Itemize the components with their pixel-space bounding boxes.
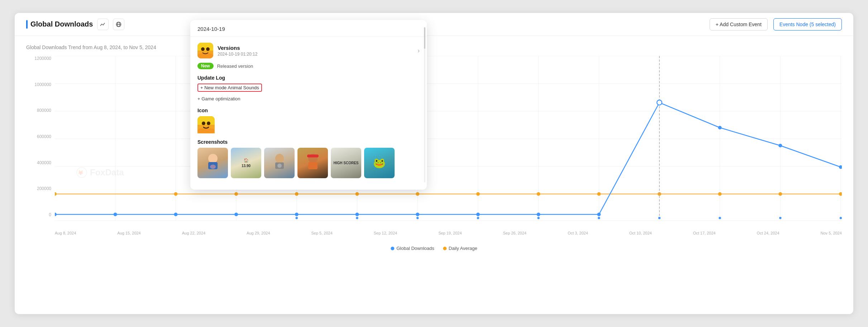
svg-point-54 xyxy=(356,217,358,219)
screenshots-section: Screenshots xyxy=(197,139,420,178)
svg-point-68 xyxy=(201,47,205,51)
version-left: Versions 2024-10-19 01:20:12 xyxy=(197,43,257,58)
legend-daily-label: Daily Average xyxy=(449,246,477,251)
svg-point-73 xyxy=(202,122,205,125)
screenshot-5: HIGH SCORES xyxy=(331,148,361,178)
scrollbar-thumb[interactable] xyxy=(424,27,425,49)
svg-rect-82 xyxy=(307,155,319,157)
svg-point-42 xyxy=(355,213,359,216)
svg-point-31 xyxy=(537,192,540,196)
x-label-aug8: Aug 8, 2024 xyxy=(55,231,76,235)
icon-section: Icon xyxy=(197,108,420,133)
svg-point-50 xyxy=(839,165,842,169)
y-axis: 1200000 1000000 800000 600000 400000 200… xyxy=(26,56,51,221)
svg-point-35 xyxy=(778,192,782,196)
legend-dot-daily xyxy=(443,247,447,250)
svg-point-25 xyxy=(174,192,177,196)
chart-icon-btn[interactable] xyxy=(97,19,109,30)
icon-section-title: Icon xyxy=(197,108,420,113)
header-right: + Add Custom Event Events Node (5 select… xyxy=(710,18,842,30)
svg-point-56 xyxy=(477,217,480,219)
screenshots-title: Screenshots xyxy=(197,139,420,145)
update-item-1: + New mode Animal Sounds xyxy=(197,84,420,93)
icon-preview-svg xyxy=(197,116,215,133)
events-node-button[interactable]: Events Node (5 selected) xyxy=(773,18,842,30)
app-icon xyxy=(197,43,213,58)
svg-point-48 xyxy=(718,126,722,129)
header: Global Downloads + Add Custom Event Even… xyxy=(15,13,853,36)
chart-svg xyxy=(55,56,842,221)
svg-point-58 xyxy=(597,217,600,219)
svg-point-32 xyxy=(597,192,601,196)
chart-legend: Global Downloads Daily Average xyxy=(391,246,477,251)
badge-row: New Released version xyxy=(197,63,420,69)
svg-point-45 xyxy=(537,213,540,216)
popup-header: 2024-10-19 xyxy=(190,20,427,37)
popup-date: 2024-10-19 xyxy=(197,26,225,32)
svg-point-57 xyxy=(537,217,540,219)
update-log-title: Update Log xyxy=(197,75,420,81)
screenshot-6: 🐸 xyxy=(364,148,395,178)
legend-dot-global xyxy=(391,247,394,250)
version-label: Versions xyxy=(218,45,257,51)
svg-point-49 xyxy=(778,144,782,147)
screenshot-2: 🏠 13.90 xyxy=(231,148,261,178)
globe-icon-btn[interactable] xyxy=(113,19,124,30)
svg-point-75 xyxy=(208,154,218,163)
svg-point-36 xyxy=(839,192,842,196)
x-label-oct3: Oct 3, 2024 xyxy=(568,231,588,235)
svg-point-37 xyxy=(55,213,57,216)
svg-point-59 xyxy=(658,217,661,219)
svg-point-69 xyxy=(206,47,210,51)
chart-line-icon xyxy=(100,22,106,27)
blue-accent-bar xyxy=(26,20,28,29)
version-date: 2024-10-19 01:20:12 xyxy=(218,52,257,57)
x-label-sep5: Sep 5, 2024 xyxy=(311,231,332,235)
screenshot-3 xyxy=(264,148,295,178)
svg-point-46 xyxy=(597,213,601,216)
foxdata-icon: 🦊 xyxy=(76,167,87,178)
y-label-0: 0 xyxy=(26,212,51,217)
screenshots-row: 🏠 13.90 xyxy=(197,148,420,178)
update-item-highlighted: + New mode Animal Sounds xyxy=(197,84,262,92)
x-label-sep19: Sep 19, 2024 xyxy=(438,231,462,235)
svg-point-55 xyxy=(416,217,419,219)
chevron-right-icon[interactable]: › xyxy=(418,47,420,54)
app-icon-svg xyxy=(197,43,213,58)
svg-point-77 xyxy=(210,165,216,169)
svg-point-34 xyxy=(718,192,722,196)
x-label-aug15: Aug 15, 2024 xyxy=(117,231,140,235)
y-label-400000: 400000 xyxy=(26,160,51,165)
update-item-game-opt: + Game optimization xyxy=(197,95,240,102)
x-axis: Aug 8, 2024 Aug 15, 2024 Aug 22, 2024 Au… xyxy=(55,231,842,235)
chart-svg-container: 🦊 FoxData xyxy=(55,56,842,221)
chart-subtitle: Global Downloads Trend from Aug 8, 2024,… xyxy=(26,44,842,50)
svg-point-74 xyxy=(207,122,210,125)
y-label-600000: 600000 xyxy=(26,134,51,139)
svg-rect-83 xyxy=(308,162,318,169)
new-badge: New xyxy=(197,63,214,69)
svg-point-60 xyxy=(719,217,721,219)
page-title: Global Downloads xyxy=(30,20,93,28)
y-label-200000: 200000 xyxy=(26,186,51,191)
popup-body[interactable]: Versions 2024-10-19 01:20:12 › New Relea… xyxy=(190,37,427,190)
x-label-nov5: Nov 5, 2024 xyxy=(821,231,842,235)
screenshot-4 xyxy=(297,148,328,178)
y-label-1200000: 1200000 xyxy=(26,56,51,61)
y-label-800000: 800000 xyxy=(26,108,51,113)
svg-point-28 xyxy=(355,192,359,196)
svg-point-44 xyxy=(476,213,480,216)
svg-point-52 xyxy=(657,100,662,105)
svg-rect-67 xyxy=(197,53,213,58)
svg-point-24 xyxy=(55,192,57,196)
legend-global-downloads: Global Downloads xyxy=(391,246,434,251)
y-label-1000000: 1000000 xyxy=(26,82,51,87)
svg-point-62 xyxy=(839,217,842,219)
scrollbar-track[interactable] xyxy=(424,27,425,183)
add-custom-event-button[interactable]: + Add Custom Event xyxy=(710,18,768,30)
watermark-text: FoxData xyxy=(90,167,124,177)
x-label-oct10: Oct 10, 2024 xyxy=(629,231,652,235)
svg-point-39 xyxy=(174,213,177,216)
x-label-sep12: Sep 12, 2024 xyxy=(374,231,397,235)
svg-point-30 xyxy=(476,192,480,196)
